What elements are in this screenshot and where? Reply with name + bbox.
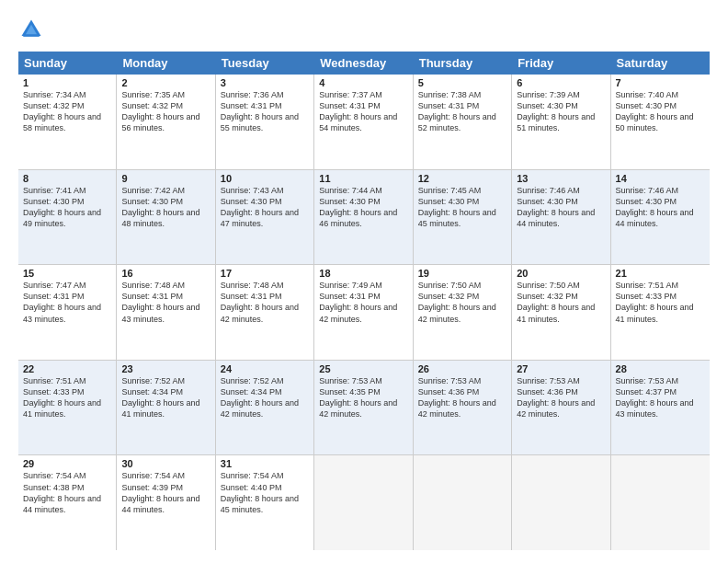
cell-info: Sunrise: 7:53 AMSunset: 4:36 PMDaylight:… — [418, 375, 506, 420]
cell-info: Sunrise: 7:45 AMSunset: 4:30 PMDaylight:… — [418, 185, 506, 230]
cell-info: Sunrise: 7:54 AMSunset: 4:38 PMDaylight:… — [23, 470, 111, 515]
cell-info: Sunrise: 7:41 AMSunset: 4:30 PMDaylight:… — [23, 185, 111, 230]
calendar-body: 1Sunrise: 7:34 AMSunset: 4:32 PMDaylight… — [18, 75, 710, 550]
cell-info: Sunrise: 7:42 AMSunset: 4:30 PMDaylight:… — [121, 185, 210, 230]
calendar-week-2: 8Sunrise: 7:41 AMSunset: 4:30 PMDaylight… — [18, 170, 710, 266]
cal-cell-1: 1Sunrise: 7:34 AMSunset: 4:32 PMDaylight… — [18, 75, 117, 169]
cell-info: Sunrise: 7:49 AMSunset: 4:31 PMDaylight:… — [319, 280, 407, 325]
cal-cell-5: 5Sunrise: 7:38 AMSunset: 4:31 PMDaylight… — [414, 75, 512, 169]
day-number: 18 — [319, 268, 407, 279]
cal-cell-31: 31Sunrise: 7:54 AMSunset: 4:40 PMDayligh… — [216, 455, 314, 550]
cell-info: Sunrise: 7:40 AMSunset: 4:30 PMDaylight:… — [616, 89, 705, 134]
calendar: SundayMondayTuesdayWednesdayThursdayFrid… — [18, 52, 710, 550]
cell-info: Sunrise: 7:43 AMSunset: 4:30 PMDaylight:… — [221, 185, 309, 230]
cal-cell-25: 25Sunrise: 7:53 AMSunset: 4:35 PMDayligh… — [314, 361, 413, 455]
day-number: 28 — [616, 363, 705, 374]
cal-cell-2: 2Sunrise: 7:35 AMSunset: 4:32 PMDaylight… — [117, 75, 215, 169]
cal-cell-empty-5 — [512, 455, 610, 550]
cal-cell-8: 8Sunrise: 7:41 AMSunset: 4:30 PMDaylight… — [18, 170, 117, 265]
cal-cell-12: 12Sunrise: 7:45 AMSunset: 4:30 PMDayligh… — [414, 170, 512, 265]
day-number: 10 — [221, 173, 309, 184]
calendar-week-5: 29Sunrise: 7:54 AMSunset: 4:38 PMDayligh… — [18, 455, 710, 550]
cal-cell-4: 4Sunrise: 7:37 AMSunset: 4:31 PMDaylight… — [314, 75, 413, 169]
cal-cell-23: 23Sunrise: 7:52 AMSunset: 4:34 PMDayligh… — [117, 361, 215, 455]
day-number: 26 — [418, 363, 506, 374]
day-header-saturday: Saturday — [611, 52, 710, 75]
cal-cell-9: 9Sunrise: 7:42 AMSunset: 4:30 PMDaylight… — [117, 170, 215, 265]
cal-cell-10: 10Sunrise: 7:43 AMSunset: 4:30 PMDayligh… — [216, 170, 314, 265]
cal-cell-18: 18Sunrise: 7:49 AMSunset: 4:31 PMDayligh… — [314, 265, 413, 360]
cal-cell-22: 22Sunrise: 7:51 AMSunset: 4:33 PMDayligh… — [18, 361, 117, 455]
cal-cell-28: 28Sunrise: 7:53 AMSunset: 4:37 PMDayligh… — [611, 361, 710, 455]
cal-cell-19: 19Sunrise: 7:50 AMSunset: 4:32 PMDayligh… — [414, 265, 512, 360]
cell-info: Sunrise: 7:48 AMSunset: 4:31 PMDaylight:… — [221, 280, 309, 325]
cal-cell-16: 16Sunrise: 7:48 AMSunset: 4:31 PMDayligh… — [117, 265, 215, 360]
cell-info: Sunrise: 7:50 AMSunset: 4:32 PMDaylight:… — [418, 280, 506, 325]
day-number: 30 — [121, 458, 210, 469]
page: SundayMondayTuesdayWednesdayThursdayFrid… — [0, 0, 728, 563]
cal-cell-20: 20Sunrise: 7:50 AMSunset: 4:32 PMDayligh… — [512, 265, 610, 360]
cell-info: Sunrise: 7:46 AMSunset: 4:30 PMDaylight:… — [517, 185, 605, 230]
cell-info: Sunrise: 7:34 AMSunset: 4:32 PMDaylight:… — [23, 89, 111, 134]
cell-info: Sunrise: 7:51 AMSunset: 4:33 PMDaylight:… — [616, 280, 705, 325]
cell-info: Sunrise: 7:52 AMSunset: 4:34 PMDaylight:… — [121, 375, 210, 420]
day-number: 1 — [23, 77, 111, 88]
day-number: 4 — [319, 77, 407, 88]
day-number: 15 — [23, 268, 111, 279]
day-number: 29 — [23, 458, 111, 469]
cal-cell-13: 13Sunrise: 7:46 AMSunset: 4:30 PMDayligh… — [512, 170, 610, 265]
day-number: 21 — [616, 268, 705, 279]
cell-info: Sunrise: 7:53 AMSunset: 4:37 PMDaylight:… — [616, 375, 705, 420]
cal-cell-11: 11Sunrise: 7:44 AMSunset: 4:30 PMDayligh… — [314, 170, 413, 265]
header — [18, 17, 710, 42]
day-number: 24 — [221, 363, 309, 374]
day-number: 12 — [418, 173, 506, 184]
cell-info: Sunrise: 7:48 AMSunset: 4:31 PMDaylight:… — [121, 280, 210, 325]
cell-info: Sunrise: 7:39 AMSunset: 4:30 PMDaylight:… — [517, 89, 605, 134]
day-number: 22 — [23, 363, 111, 374]
cal-cell-26: 26Sunrise: 7:53 AMSunset: 4:36 PMDayligh… — [414, 361, 512, 455]
cal-cell-empty-3 — [314, 455, 413, 550]
day-header-thursday: Thursday — [414, 52, 512, 75]
cal-cell-7: 7Sunrise: 7:40 AMSunset: 4:30 PMDaylight… — [611, 75, 710, 169]
day-header-monday: Monday — [117, 52, 215, 75]
cal-cell-6: 6Sunrise: 7:39 AMSunset: 4:30 PMDaylight… — [512, 75, 610, 169]
cell-info: Sunrise: 7:50 AMSunset: 4:32 PMDaylight:… — [517, 280, 605, 325]
day-number: 20 — [517, 268, 605, 279]
cell-info: Sunrise: 7:51 AMSunset: 4:33 PMDaylight:… — [23, 375, 111, 420]
cal-cell-3: 3Sunrise: 7:36 AMSunset: 4:31 PMDaylight… — [216, 75, 314, 169]
cell-info: Sunrise: 7:47 AMSunset: 4:31 PMDaylight:… — [23, 280, 111, 325]
day-header-sunday: Sunday — [18, 52, 117, 75]
logo — [18, 17, 48, 42]
cal-cell-15: 15Sunrise: 7:47 AMSunset: 4:31 PMDayligh… — [18, 265, 117, 360]
day-header-wednesday: Wednesday — [314, 52, 413, 75]
day-header-friday: Friday — [512, 52, 610, 75]
cal-cell-empty-6 — [611, 455, 710, 550]
cell-info: Sunrise: 7:38 AMSunset: 4:31 PMDaylight:… — [418, 89, 506, 134]
day-number: 6 — [517, 77, 605, 88]
day-number: 17 — [221, 268, 309, 279]
cell-info: Sunrise: 7:53 AMSunset: 4:36 PMDaylight:… — [517, 375, 605, 420]
day-number: 31 — [221, 458, 309, 469]
calendar-week-3: 15Sunrise: 7:47 AMSunset: 4:31 PMDayligh… — [18, 265, 710, 361]
day-number: 27 — [517, 363, 605, 374]
cal-cell-24: 24Sunrise: 7:52 AMSunset: 4:34 PMDayligh… — [216, 361, 314, 455]
cell-info: Sunrise: 7:52 AMSunset: 4:34 PMDaylight:… — [221, 375, 309, 420]
svg-rect-2 — [23, 34, 40, 37]
day-number: 3 — [221, 77, 309, 88]
cell-info: Sunrise: 7:37 AMSunset: 4:31 PMDaylight:… — [319, 89, 407, 134]
day-number: 14 — [616, 173, 705, 184]
cal-cell-17: 17Sunrise: 7:48 AMSunset: 4:31 PMDayligh… — [216, 265, 314, 360]
calendar-header: SundayMondayTuesdayWednesdayThursdayFrid… — [18, 52, 710, 75]
cal-cell-empty-4 — [414, 455, 512, 550]
cell-info: Sunrise: 7:53 AMSunset: 4:35 PMDaylight:… — [319, 375, 407, 420]
cell-info: Sunrise: 7:54 AMSunset: 4:40 PMDaylight:… — [221, 470, 309, 515]
day-header-tuesday: Tuesday — [216, 52, 314, 75]
day-number: 13 — [517, 173, 605, 184]
cal-cell-30: 30Sunrise: 7:54 AMSunset: 4:39 PMDayligh… — [117, 455, 215, 550]
logo-icon — [18, 17, 44, 42]
day-number: 23 — [121, 363, 210, 374]
cal-cell-29: 29Sunrise: 7:54 AMSunset: 4:38 PMDayligh… — [18, 455, 117, 550]
day-number: 5 — [418, 77, 506, 88]
cal-cell-21: 21Sunrise: 7:51 AMSunset: 4:33 PMDayligh… — [611, 265, 710, 360]
